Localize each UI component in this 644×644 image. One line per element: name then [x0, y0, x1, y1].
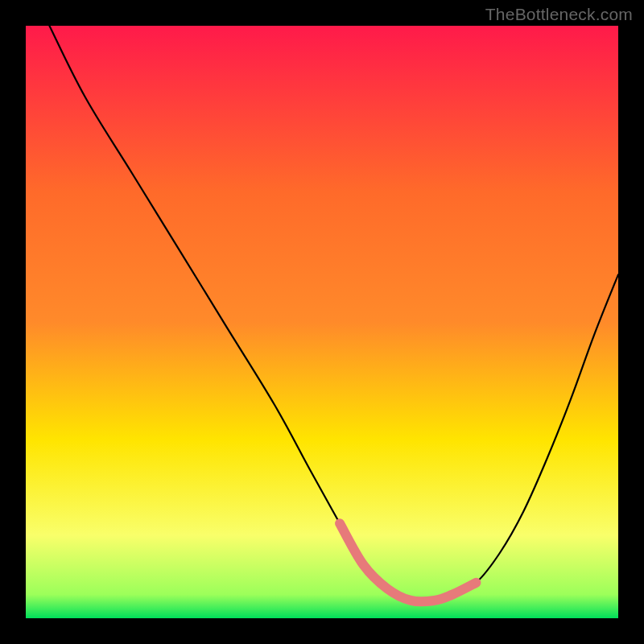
plot-frame [26, 26, 618, 618]
bottleneck-curve [26, 26, 618, 618]
watermark-text: TheBottleneck.com [485, 5, 633, 24]
